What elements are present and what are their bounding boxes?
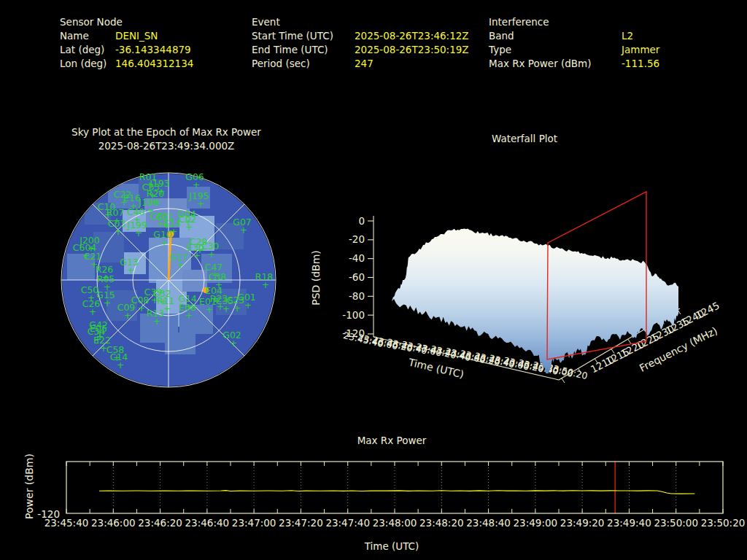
- waterfall-plot: 0-20-40-60-80-100-1201210121512201225123…: [342, 192, 721, 383]
- satellite-label-E04: E04: [205, 285, 222, 296]
- satellite-label-R13: R13: [147, 308, 165, 319]
- satellite-label-G10: G10: [153, 229, 172, 240]
- freq-tick: [562, 378, 565, 383]
- power-xtick-label: 23:47:40: [325, 517, 370, 529]
- sky-plot: +R01+G06+J193+C33+R20+C22+E16+J196+J195+…: [61, 171, 276, 387]
- satellite-label-C02: C02: [179, 214, 197, 225]
- psd-tick-label: -40: [349, 252, 365, 264]
- power-series-line: [99, 491, 694, 494]
- satellite-label-E24: E24: [163, 218, 181, 229]
- psd-tick-label: -80: [349, 290, 365, 302]
- satellite-label-R05: R05: [97, 273, 115, 284]
- satellite-label-E08: E08: [179, 302, 196, 313]
- satellite-label-C09: C09: [117, 302, 136, 313]
- power-xtick-label: 23:50:00: [654, 517, 698, 529]
- power-xtick-label: 23:46:00: [91, 517, 136, 529]
- power-xtick-label: 23:49:00: [514, 517, 558, 529]
- power-xtick-label: 23:48:20: [419, 517, 464, 529]
- satellite-label-J199: J199: [126, 219, 147, 230]
- satellite-label-R07: R07: [107, 207, 125, 218]
- satellite-label-C03: C03: [108, 218, 126, 229]
- satellite-label-G02: G02: [222, 330, 241, 341]
- psd-tick-label: -100: [342, 309, 365, 321]
- power-xtick-label: 23:47:00: [232, 517, 276, 529]
- satellite-label-R18: R18: [255, 271, 274, 282]
- satellite-label-R11: R11: [157, 295, 175, 306]
- power-xtick-label: 23:49:20: [560, 517, 605, 529]
- power-xtick-label: 23:48:00: [373, 517, 417, 529]
- power-time-series-plot: 23:45:4023:46:0023:46:2023:46:4023:47:00…: [44, 462, 746, 529]
- interference-dashboard: { "header": { "sensor": { "title": "Sens…: [0, 0, 747, 560]
- power-xtick-label: 23:45:40: [44, 517, 89, 529]
- satellite-label-G06: G06: [185, 171, 204, 182]
- psd-tick-label: 0: [358, 215, 365, 227]
- satellite-label-G07: G07: [233, 217, 252, 228]
- power-xtick-label: 23:50:20: [701, 517, 746, 529]
- satellite-label-J195: J195: [188, 190, 209, 201]
- power-xtick-label: 23:46:20: [138, 517, 182, 529]
- satellite-label-C14: C14: [110, 351, 128, 362]
- power-xtick-label: 23:46:40: [185, 517, 230, 529]
- satellite-label-G01: G01: [237, 292, 256, 303]
- satellite-label-C40: C40: [127, 206, 145, 217]
- power-xtick-label: 23:47:20: [279, 517, 323, 529]
- satellite-label-C38: C38: [209, 271, 227, 282]
- power-xtick-label: 23:49:40: [607, 517, 651, 529]
- psd-tick-label: -60: [349, 271, 365, 283]
- psd-tick-label: -20: [349, 233, 365, 245]
- freq-tick-label: 1245: [694, 300, 721, 322]
- satellite-label-G17: G17: [169, 252, 188, 262]
- satellite-label-C30: C30: [201, 241, 220, 252]
- satellite-label-G13: G13: [120, 257, 139, 268]
- sky-heat-patch: [165, 332, 196, 354]
- power-xtick-label: 23:48:40: [466, 517, 511, 529]
- charts-canvas: +R01+G06+J193+C33+R20+C22+E16+J196+J195+…: [0, 0, 747, 560]
- satellite-label-C21: C21: [84, 251, 102, 262]
- satellite-label-C26: C26: [82, 298, 101, 309]
